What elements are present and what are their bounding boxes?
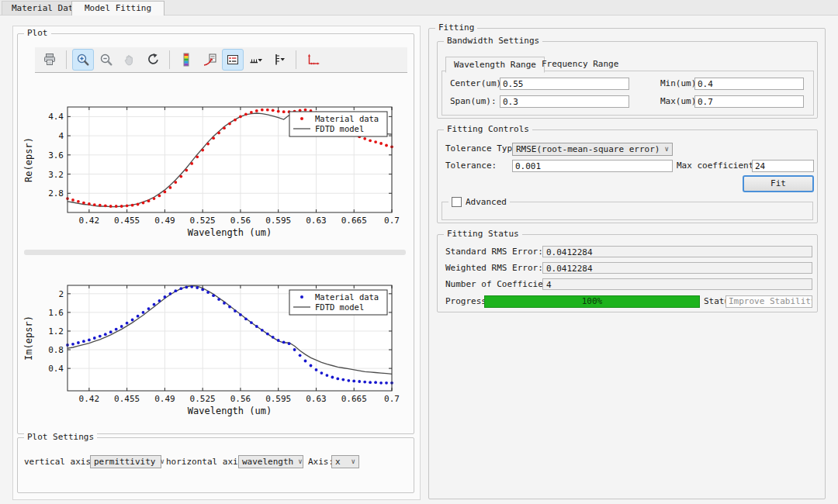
tolerance-input[interactable] [512,160,673,172]
horizontal-axis-value: wavelength [242,456,293,468]
horizontal-axis-select[interactable]: wavelength ∨ [238,455,303,468]
chevron-down-icon: ∨ [160,456,164,468]
svg-text:0.56: 0.56 [230,394,251,404]
material-fitting-window: Material Data Model Fitting Plot [0,0,838,504]
svg-text:Wavelength (um): Wavelength (um) [188,406,272,416]
svg-text:0.4: 0.4 [48,364,64,374]
fitting-status-group: Fitting Status Standard RMS Error: 0.041… [437,234,818,312]
fit-button[interactable]: Fit [743,175,814,192]
fitting-group-title: Fitting [435,22,477,33]
svg-text:4.4: 4.4 [48,112,64,122]
svg-text:0.525: 0.525 [190,216,216,226]
plot-group: Plot [17,33,414,434]
plot-toolbar [35,47,407,73]
zoom-out-button[interactable] [95,49,117,71]
main-tabbar: Material Data Model Fitting [0,0,838,16]
data-cursor-icon [203,53,216,67]
plot-splitter[interactable] [24,250,406,255]
svg-text:0.665: 0.665 [341,216,367,226]
tab-model-fitting[interactable]: Model Fitting [71,1,164,16]
advanced-group: Advanced [442,202,813,220]
svg-text:Re(epsr): Re(epsr) [23,137,34,182]
svg-text:2.8: 2.8 [48,188,64,198]
bandwidth-settings-title: Bandwidth Settings [444,36,542,47]
axis-value: x [335,456,341,468]
advanced-label: Advanced [466,197,507,207]
re-epsr-chart[interactable]: 0.420.4550.490.5250.560.5950.630.6650.72… [21,99,412,243]
svg-text:0.595: 0.595 [265,216,291,226]
svg-text:Wavelength (um): Wavelength (um) [188,227,272,238]
fitting-controls-title: Fitting Controls [444,124,532,135]
min-input[interactable] [694,78,804,90]
weighted-rms-label: Weighted RMS Error: [445,262,543,274]
vertical-axis-label: vertical axis: [24,455,96,468]
svg-text:0.525: 0.525 [190,394,216,404]
data-cursor-button[interactable] [199,49,220,71]
legend-icon [226,53,240,67]
toolbar-separator [169,50,170,69]
reset-view-icon [146,53,160,67]
center-input[interactable] [500,78,629,90]
y-axis-menu-button[interactable] [268,49,290,71]
zoom-in-icon [76,53,90,67]
svg-text:4: 4 [58,131,64,141]
svg-text:3.2: 3.2 [48,170,64,180]
svg-text:3.6: 3.6 [48,150,64,161]
y-axis-icon [272,53,286,67]
svg-text:1.2: 1.2 [48,326,64,337]
status-value-text: Improve Stability [729,296,812,306]
max-input[interactable] [694,95,804,108]
plot-settings-title: Plot Settings [24,432,97,443]
svg-text:Material data: Material data [315,292,379,302]
horizontal-axis-label: horizontal axis: [166,455,248,468]
vertical-axis-select[interactable]: permittivity ∨ [90,455,161,468]
im-epsr-chart[interactable]: 0.420.4550.490.5250.560.5950.630.6650.70… [21,278,412,422]
svg-text:0.42: 0.42 [79,216,100,226]
tab-wavelength-range[interactable]: Wavelength Range [445,57,545,73]
center-label: Center(um): [450,78,507,90]
svg-text:1.6: 1.6 [48,308,64,318]
colormap-button[interactable] [175,49,197,71]
progress-text: 100% [485,296,699,307]
max-coefficients-input[interactable] [752,160,814,172]
print-button[interactable] [39,49,61,71]
progress-bar: 100% [484,295,700,308]
svg-text:0.49: 0.49 [154,216,175,226]
axes-autoscale-button[interactable] [302,49,324,71]
tolerance-type-value: RMSE(root-mean-square error) [516,143,660,155]
tab-frequency-range[interactable]: Frequency Range [534,57,626,71]
svg-text:0.455: 0.455 [114,216,140,226]
colormap-icon [179,53,193,67]
tolerance-label: Tolerance: [445,160,497,172]
svg-text:Material data: Material data [315,114,379,123]
toolbar-separator [66,50,67,69]
svg-text:0.7: 0.7 [384,394,400,404]
svg-text:FDTD model: FDTD model [315,124,364,133]
svg-text:0.595: 0.595 [265,394,291,404]
x-axis-menu-button[interactable] [245,49,267,71]
chevron-down-icon: ∨ [665,143,669,155]
pan-button[interactable] [119,49,140,71]
svg-text:0.56: 0.56 [230,216,251,226]
svg-text:0.665: 0.665 [341,394,367,404]
advanced-checkbox[interactable] [452,197,462,207]
zoom-out-icon [99,53,113,67]
bandwidth-settings-group: Bandwidth Settings Wavelength Range Freq… [437,41,818,119]
x-axis-icon [249,53,263,67]
tolerance-type-select[interactable]: RMSE(root-mean-square error) ∨ [512,143,673,156]
reset-view-button[interactable] [142,49,164,71]
max-coefficients-label: Max coefficients: [677,160,764,172]
axis-select[interactable]: x ∨ [331,455,359,468]
bandwidth-content: Center(um): Min(um): Span(um): Max(um): [442,71,814,116]
span-input[interactable] [500,95,629,108]
weighted-rms-value: 0.0412284 [542,262,812,274]
svg-text:0.49: 0.49 [154,394,175,404]
svg-text:0.455: 0.455 [114,394,140,404]
svg-text:0.63: 0.63 [306,394,327,404]
print-icon [43,53,57,67]
legend-toggle-button[interactable] [222,49,244,71]
fitting-controls-group: Fitting Controls Tolerance Type: RMSE(ro… [437,129,818,223]
plot-group-title: Plot [24,28,51,39]
tolerance-type-label: Tolerance Type: [445,143,522,155]
zoom-in-button[interactable] [72,49,94,71]
